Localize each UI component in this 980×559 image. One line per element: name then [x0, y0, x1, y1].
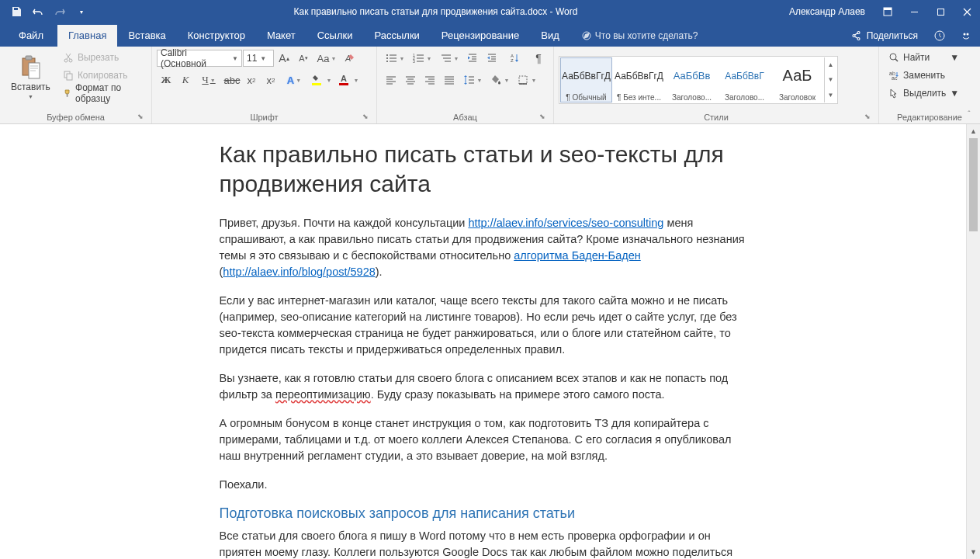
vertical-scrollbar[interactable]: ▲ ▼: [966, 124, 980, 559]
save-button[interactable]: [6, 2, 26, 21]
undo-button[interactable]: [28, 2, 48, 21]
doc-paragraph-3[interactable]: Вы узнаете, как я готовлю статьи для сво…: [220, 370, 747, 403]
increase-indent-button[interactable]: [483, 49, 501, 68]
styles-gallery-more[interactable]: ▲▼▼: [824, 57, 836, 102]
doc-heading-2[interactable]: Подготовка поисковых запросов для написа…: [220, 505, 747, 522]
tab-layout[interactable]: Макет: [256, 25, 306, 47]
justify-button[interactable]: [440, 71, 459, 89]
tab-view[interactable]: Вид: [530, 25, 570, 47]
clear-formatting-button[interactable]: A: [341, 49, 359, 68]
strikethrough-button[interactable]: abc: [223, 71, 241, 89]
scroll-down-button[interactable]: ▼: [967, 545, 980, 559]
grow-font-button[interactable]: A▴: [275, 49, 293, 68]
show-paragraph-button[interactable]: ¶: [529, 49, 548, 68]
scroll-thumb[interactable]: [969, 138, 978, 231]
doc-paragraph-6[interactable]: Все статьи для своего блога я пишу в Wor…: [220, 528, 747, 559]
style-normal[interactable]: АаБбВвГгД¶ Обычный: [560, 57, 612, 102]
multilevel-list-button[interactable]: ▼: [436, 49, 462, 68]
svg-rect-2: [937, 9, 944, 15]
underline-button[interactable]: Ч▼: [196, 71, 222, 89]
document-area: Как правильно писать статьи и seo-тексты…: [0, 124, 980, 559]
copy-button[interactable]: Копировать: [58, 67, 147, 84]
tab-insert[interactable]: Вставка: [117, 25, 176, 47]
close-button[interactable]: [954, 0, 980, 23]
style-title[interactable]: АаБЗаголовок: [771, 57, 823, 102]
svg-point-11: [69, 59, 72, 62]
doc-paragraph-1[interactable]: Привет, друзья. Почти на каждой консульт…: [220, 215, 747, 280]
superscript-button[interactable]: x2: [261, 71, 280, 89]
tab-references[interactable]: Ссылки: [306, 25, 364, 47]
doc-paragraph-2[interactable]: Если у вас интернет-магазин или каталог,…: [220, 293, 747, 358]
scroll-up-button[interactable]: ▲: [967, 124, 980, 138]
maximize-button[interactable]: [927, 0, 954, 23]
feedback-button[interactable]: [952, 25, 980, 47]
font-size-combo[interactable]: 11▼: [243, 50, 274, 67]
change-case-button[interactable]: Aa▼: [313, 49, 340, 68]
numbering-button[interactable]: 123▼: [409, 49, 435, 68]
decrease-indent-button[interactable]: [463, 49, 482, 68]
borders-button[interactable]: ▼: [514, 71, 540, 89]
svg-text:A: A: [341, 74, 347, 83]
tab-design[interactable]: Конструктор: [177, 25, 256, 47]
svg-rect-13: [67, 74, 72, 80]
align-right-button[interactable]: [421, 71, 439, 89]
collapse-ribbon-button[interactable]: ˆ: [963, 108, 975, 120]
sort-button[interactable]: AZ: [502, 49, 528, 68]
tab-mailings[interactable]: Рассылки: [363, 25, 430, 47]
page[interactable]: Как правильно писать статьи и seo-тексты…: [158, 124, 809, 559]
tab-review[interactable]: Рецензирование: [431, 25, 530, 47]
link-post5928[interactable]: http://alaev.info/blog/post/5928: [223, 266, 375, 278]
highlight-button[interactable]: ▼: [308, 71, 334, 89]
share-button[interactable]: Поделиться: [842, 26, 927, 46]
find-button[interactable]: Найти▼: [884, 49, 964, 66]
user-name[interactable]: Александр Алаев: [780, 6, 874, 17]
clipboard-dialog-launcher[interactable]: ⬊: [136, 113, 145, 122]
tell-me-search[interactable]: Что вы хотите сделать?: [570, 26, 709, 47]
cut-button[interactable]: Вырезать: [58, 49, 147, 66]
ribbon-tabs: Файл Главная Вставка Конструктор Макет С…: [0, 23, 980, 47]
doc-title[interactable]: Как правильно писать статьи и seo-тексты…: [220, 140, 747, 198]
tab-home[interactable]: Главная: [57, 25, 117, 47]
styles-dialog-launcher[interactable]: ⬊: [863, 113, 872, 122]
svg-point-6: [967, 33, 969, 36]
group-font-label: Шрифт: [250, 113, 278, 122]
text-effects-button[interactable]: A▼: [281, 71, 307, 89]
spelling-error[interactable]: переоптимизацию: [275, 388, 371, 401]
ribbon: Вставить ▼ Вырезать Копировать Формат по…: [0, 47, 980, 124]
link-baden[interactable]: алгоритма Баден-Баден: [514, 249, 640, 262]
svg-rect-27: [519, 76, 527, 84]
font-dialog-launcher[interactable]: ⬊: [361, 113, 370, 122]
minimize-button[interactable]: [901, 0, 927, 23]
style-heading1[interactable]: АаБбВвЗаголово...: [666, 57, 718, 102]
shrink-font-button[interactable]: A▾: [294, 49, 313, 68]
link-consulting[interactable]: http://alaev.info/services/seo-consultin…: [468, 217, 663, 229]
paste-button[interactable]: Вставить ▼: [5, 49, 57, 105]
tab-file[interactable]: Файл: [5, 25, 57, 47]
italic-button[interactable]: К: [176, 71, 195, 89]
page-scroll[interactable]: Как правильно писать статьи и seo-тексты…: [0, 124, 966, 559]
bold-button[interactable]: Ж: [157, 71, 175, 89]
doc-paragraph-4[interactable]: А огромным бонусом в конце станет инстру…: [220, 415, 747, 464]
history-button[interactable]: [927, 25, 952, 47]
doc-paragraph-5[interactable]: Поехали.: [220, 477, 747, 493]
styles-gallery[interactable]: АаБбВвГгД¶ Обычный АаБбВвГгД¶ Без инте..…: [559, 56, 838, 104]
shading-button[interactable]: ▼: [487, 71, 513, 89]
line-spacing-button[interactable]: ▼: [459, 71, 486, 89]
font-color-button[interactable]: A▼: [335, 71, 362, 89]
group-styles: АаБбВвГгД¶ Обычный АаБбВвГгД¶ Без инте..…: [554, 47, 879, 123]
paragraph-dialog-launcher[interactable]: ⬊: [538, 113, 547, 122]
replace-button[interactable]: abacЗаменить: [884, 67, 964, 84]
bullets-button[interactable]: ▼: [382, 49, 408, 68]
font-name-combo[interactable]: Calibri (Основной▼: [157, 50, 242, 67]
align-center-button[interactable]: [401, 71, 420, 89]
format-painter-button[interactable]: Формат по образцу: [58, 85, 147, 102]
ribbon-display-options[interactable]: [874, 0, 901, 23]
subscript-button[interactable]: x2: [242, 71, 261, 89]
redo-button[interactable]: [50, 2, 70, 21]
style-no-spacing[interactable]: АаБбВвГгД¶ Без инте...: [613, 57, 665, 102]
style-heading2[interactable]: АаБбВвГЗаголово...: [719, 57, 770, 102]
select-button[interactable]: Выделить▼: [884, 85, 964, 102]
qat-customize[interactable]: ▾: [71, 2, 92, 21]
align-left-button[interactable]: [382, 71, 400, 89]
svg-point-19: [386, 54, 388, 56]
